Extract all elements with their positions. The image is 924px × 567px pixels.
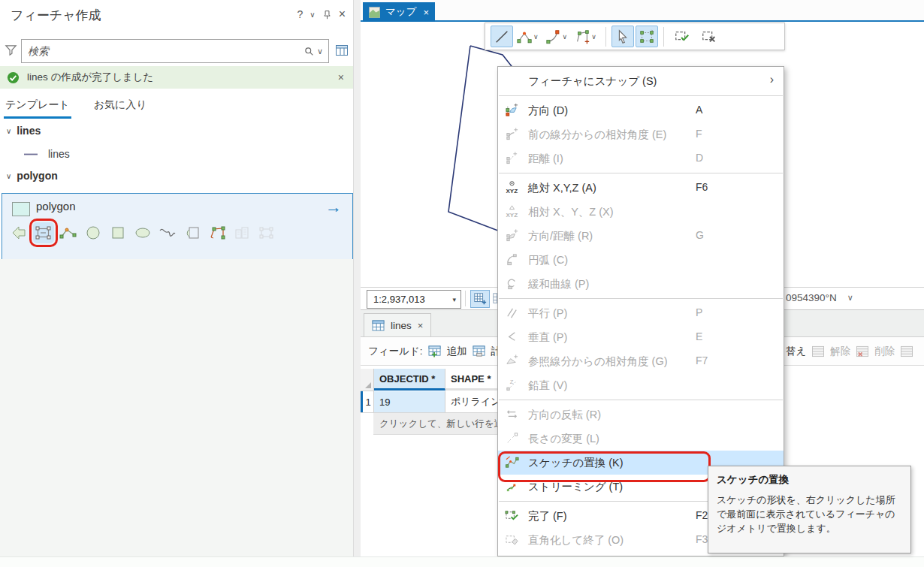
menu-item[interactable]: 方向の反転 (R) [498,403,784,427]
template-tool-button[interactable] [107,222,128,243]
chevron-down-icon[interactable]: ∨ [533,33,539,41]
toolbar-tool-button[interactable]: ∨ [544,26,572,47]
filter-icon[interactable] [5,44,17,56]
menu-item[interactable]: 長さの変更 (L) [498,427,784,451]
template-tool-button[interactable] [33,222,54,243]
menu-item-label: 完了 (F) [528,509,567,523]
svg-text:XYZ: XYZ [506,212,518,219]
tree-group-label: polygon [17,170,57,182]
toolbar-tool-button[interactable] [669,26,695,47]
menu-item-label: 相対 X、Y、Z (X) [528,205,614,219]
search-icon[interactable] [304,47,314,56]
add-row-hint[interactable]: クリックして、新しい行を追加 [373,413,517,435]
tooltip-title: スケッチの置換 [717,473,902,487]
menu-item-shortcut: D [696,152,703,164]
tree-group-polygon[interactable]: ∨ polygon [6,170,58,182]
delete-selection-icon[interactable] [856,345,869,357]
tab-favorites[interactable]: お気に入り [92,97,149,119]
sort-label-fragment[interactable]: 替え [786,345,806,358]
menu-item[interactable]: 円弧 (C) [498,248,784,272]
menu-item[interactable]: 平行 (P)P [498,301,784,325]
template-tool-button[interactable] [207,222,228,243]
menu-item[interactable]: 緩和曲線 (P) [498,272,784,296]
chevron-down-icon[interactable]: ∨ [847,293,853,303]
polygon-template-card[interactable]: polygon → [2,193,353,260]
template-tool-button[interactable] [231,222,252,243]
toolbar-tool-button[interactable] [636,26,658,47]
grid-plus-icon [473,292,487,306]
column-header-objectid[interactable]: OBJECTID * [374,369,445,391]
toolbar-tool-button[interactable]: ∨ [515,26,542,47]
open-template-arrow-icon[interactable]: → [325,198,342,217]
menu-item-icon [505,532,520,547]
add-field-label[interactable]: 追加 [447,345,467,358]
tab-templates[interactable]: テンプレート [4,97,71,119]
close-icon[interactable]: × [339,8,346,21]
table-tab-lines[interactable]: lines × [364,313,431,336]
map-view-tab[interactable]: マップ × [363,2,435,22]
toolbar-separator [605,27,606,47]
template-tool-button[interactable] [157,222,178,243]
menu-item[interactable]: Z鉛直 (V) [498,373,784,397]
menu-item[interactable]: 垂直 (P)E [498,325,784,349]
chevron-down-icon[interactable]: ∨ [563,33,568,41]
map-tab-label: マップ [385,5,416,19]
template-tool-button[interactable] [83,222,104,243]
menu-item[interactable]: 距離 (I)D [498,146,784,170]
help-icon[interactable]: ? [297,8,303,20]
search-input[interactable] [22,45,304,57]
menu-item[interactable]: フィーチャにスナップ (S)› [498,69,784,93]
tool-icon [110,225,126,240]
line-symbol-icon [23,151,39,158]
template-tool-button[interactable] [8,222,29,243]
template-tool-button[interactable] [182,222,203,243]
clear-selection-label[interactable]: 解除 [830,345,850,358]
template-item-lines[interactable]: lines [23,148,70,160]
menu-item[interactable]: 方向 (D)A [498,98,784,122]
add-field-icon[interactable] [428,345,442,357]
coordinate-display[interactable]: 0954390°N ∨ [786,292,853,303]
coordinate-value: 0954390°N [786,292,837,303]
create-features-panel: フィーチャ作成 ? ∨ × ∨ lines の作成が完了しました × テンプレー… [0,0,354,556]
template-tool-button[interactable] [132,222,153,243]
success-message-text: lines の作成が完了しました [27,71,153,84]
toolbar-tool-button[interactable]: ∨ [572,26,600,47]
annotation-highlight-ring [498,451,711,482]
toolbar-tool-button[interactable] [611,26,634,47]
grid-corner-cell[interactable] [361,369,374,391]
tool-icon [639,29,655,45]
template-tool-button[interactable] [256,222,277,243]
chevron-down-icon[interactable]: ∨ [310,11,315,19]
menu-item[interactable]: XYZ絶対 X,Y,Z (A)F6 [498,176,784,200]
toolbar-tool-button[interactable] [696,26,722,47]
chevron-down-icon[interactable]: ∨ [591,33,596,41]
table-tab-close-icon[interactable]: × [418,320,424,331]
tool-icon [35,225,53,241]
grid-selection-button[interactable] [470,290,490,308]
menu-item-icon [505,508,520,523]
menu-item-label: 距離 (I) [528,152,563,166]
menu-item[interactable]: 前の線分からの相対角度 (E)F [498,122,784,146]
scale-dropdown-icon[interactable]: ▾ [452,296,460,303]
search-chevron-icon[interactable]: ∨ [317,47,323,56]
menu-item[interactable]: 方向/距離 (R)G [498,224,784,248]
toolbar-tool-button[interactable] [491,26,513,47]
menu-item[interactable]: XYZ相対 X、Y、Z (X) [498,200,784,224]
menu-item-label: 方向/距離 (R) [528,229,593,243]
menu-separator [499,173,783,173]
template-layout-toggle-icon[interactable] [333,41,351,60]
tree-group-lines[interactable]: ∨ lines [6,125,41,137]
app-background-strip [0,556,924,567]
menu-item[interactable]: 参照線分からの相対角度 (G)F7 [498,349,784,373]
calculate-field-icon[interactable] [473,345,486,357]
partial-toolbar-icon[interactable] [900,345,913,357]
menu-item-icon [505,103,520,118]
map-tab-close-icon[interactable]: × [423,7,429,18]
delete-selection-label[interactable]: 削除 [874,345,895,358]
scale-combo[interactable]: 1:2,937,013 ▾ [367,290,461,309]
pin-icon[interactable] [322,10,332,20]
template-tool-button[interactable] [58,222,79,243]
cell-objectid[interactable]: 19 [374,391,445,412]
message-close-icon[interactable]: × [338,71,344,83]
clear-selection-icon[interactable] [811,345,825,357]
